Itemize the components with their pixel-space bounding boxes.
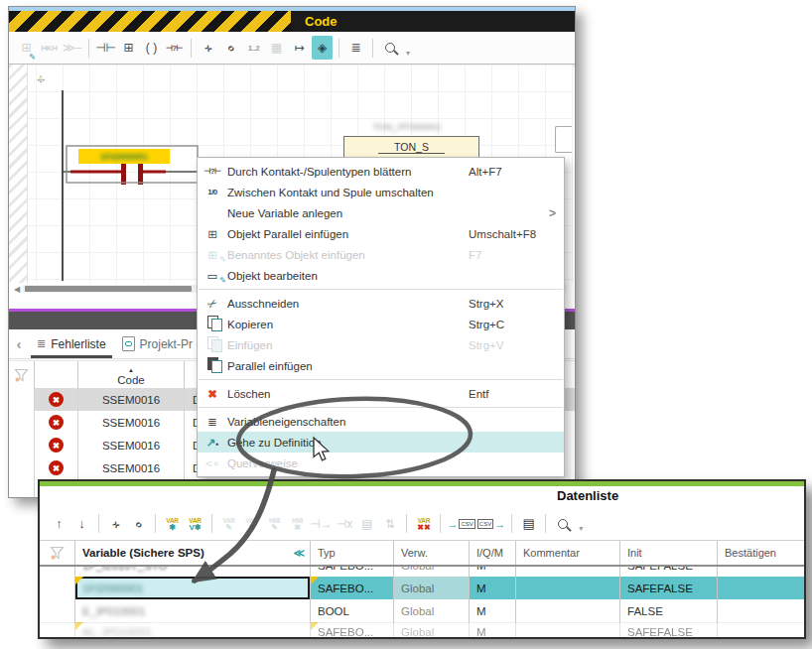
scroll-left-arrow[interactable]: ◀	[11, 285, 23, 294]
csv-export-button[interactable]: CSV→	[477, 512, 505, 536]
iqm-column-header[interactable]: I/Q/M	[470, 541, 516, 565]
iqm-cell[interactable]: M	[470, 599, 516, 622]
cycle-contact-types-button[interactable]: ⊣?⊢	[164, 36, 185, 60]
data-row-partial-bottom[interactable]: AL_IP010001 SAFEBO... Global M SAFEFALSE	[40, 622, 804, 639]
severity-column-header[interactable]	[35, 361, 78, 389]
bestaetigen-column-header[interactable]: Bestätigen	[718, 541, 804, 565]
map-variable-button[interactable]: ⊣→	[310, 512, 332, 536]
menu-item-new-variable[interactable]: Neue Variable anlegen >	[198, 202, 564, 223]
navigate-data-button[interactable]: ◈	[312, 36, 333, 60]
kommentar-cell[interactable]	[516, 599, 620, 622]
insert-coil-button[interactable]: ( )	[141, 36, 162, 60]
kommentar-column-header[interactable]: Kommentar	[516, 541, 620, 565]
paste-mapping-button[interactable]: ▤	[356, 512, 377, 536]
kommentar-cell[interactable]	[516, 567, 620, 577]
delete-hmi-variable-button[interactable]: HMI✖	[287, 512, 308, 536]
verw-cell[interactable]: Global	[394, 599, 470, 622]
data-row-partial-top[interactable]: 1F_I2010T_STO SAFEBO... Global M SAFEFAL…	[40, 567, 804, 577]
menu-item-paste[interactable]: Einfügen Strg+V	[198, 334, 564, 355]
menu-item-paste-parallel[interactable]: Parallel einfügen	[198, 355, 564, 376]
menu-item-goto-definition[interactable]: ↗▪ Gehe zu Definition	[198, 432, 564, 453]
menu-item-toggle-contact-coil[interactable]: 1/0 Zwischen Kontakt und Spule umschalte…	[198, 182, 564, 202]
filter-column-header[interactable]	[40, 541, 75, 565]
bestaetigen-cell[interactable]	[718, 622, 804, 639]
expand-rows-button[interactable]: ‹›	[128, 512, 149, 536]
init-cell[interactable]: SAFEFALSE	[620, 567, 718, 577]
csv-import-button[interactable]: →CSV	[447, 512, 474, 536]
kommentar-cell[interactable]	[516, 577, 620, 599]
data-row[interactable]: E_IP010001 BOOL Global M FALSE	[40, 599, 804, 623]
code-column-header[interactable]: ▲ Code	[78, 361, 185, 389]
move-up-button[interactable]: ↑	[49, 512, 69, 536]
edit-variable-button[interactable]: VAR✎	[218, 512, 239, 536]
tab-fehlerliste[interactable]: ≣ Fehlerliste	[29, 329, 114, 358]
init-column-header[interactable]: Init	[620, 541, 718, 565]
insert-named-object-button[interactable]: ⊞ ✎	[16, 36, 37, 60]
tab-projekt-pruefung[interactable]: Projekt-Pr	[114, 329, 201, 358]
menu-item-cut[interactable]: ✎✂ Ausschneiden Strg+X	[198, 293, 564, 314]
datenliste-titlebar[interactable]: Datenliste	[40, 486, 804, 507]
expand-view-button[interactable]: ‹›	[220, 36, 241, 60]
insert-network-button[interactable]: HKH	[39, 36, 60, 60]
variable-cell[interactable]: AL_IP010001	[75, 622, 311, 639]
init-cell[interactable]: SAFEFALSE	[620, 622, 718, 639]
verw-cell[interactable]: Global	[394, 577, 470, 599]
contact-label-highlight[interactable]: 1FI2000001	[78, 149, 170, 164]
variable-column-header[interactable]: Variable (Sichere SPS) ≪	[75, 541, 311, 565]
tabs-overflow-chevron[interactable]: ‹	[9, 336, 29, 352]
menu-item-delete[interactable]: ✖ Löschen Entf	[198, 383, 564, 404]
iqm-cell[interactable]: M	[470, 567, 516, 577]
delete-unused-variables-button[interactable]: VAR✖✖	[413, 512, 434, 536]
filter-column-header[interactable]	[9, 361, 35, 389]
scrollbar-thumb[interactable]	[25, 286, 192, 292]
unmap-variable-button[interactable]: ⊣x	[334, 512, 354, 536]
search-dropdown-caret[interactable]: ▾	[406, 49, 410, 58]
data-row-selected[interactable]: 1FI2000001 SAFEBO... Global M SAFEFALSE	[40, 577, 804, 600]
menu-item-cross-references[interactable]: <∘ Querverweise	[198, 453, 564, 473]
verw-column-header[interactable]: Verw.	[394, 541, 470, 565]
column-settings-button[interactable]: ▤	[518, 512, 539, 536]
typ-column-header[interactable]: Typ	[311, 541, 394, 565]
insert-contact-button[interactable]: ⊣⊢	[95, 36, 116, 60]
kommentar-cell[interactable]	[516, 622, 620, 639]
insert-parallel-contact-button[interactable]: ⊞	[118, 36, 139, 60]
collapse-view-button[interactable]: ›‹	[198, 36, 218, 60]
iqm-cell[interactable]: M	[470, 622, 516, 639]
swap-mapping-button[interactable]: ⇅	[379, 512, 400, 536]
variable-cell-selected[interactable]: 1FI2000001	[75, 577, 311, 599]
menu-item-copy[interactable]: Kopieren Strg+C	[198, 314, 564, 334]
pan-move-icon[interactable]: ↔ ↕	[33, 70, 49, 86]
verw-cell[interactable]: Global	[394, 622, 470, 639]
variable-cell[interactable]: 1F_I2010T_STO	[75, 567, 311, 577]
bestaetigen-cell[interactable]	[718, 567, 804, 577]
ton-s-block-header[interactable]: TON_S	[343, 136, 479, 159]
edit-hmi-variable-button[interactable]: HMI✎	[264, 512, 285, 536]
typ-cell[interactable]: SAFEBO...	[311, 622, 394, 639]
typ-cell[interactable]: BOOL	[311, 599, 394, 622]
variable-cell[interactable]: E_IP010001	[75, 599, 311, 622]
collapse-rows-button[interactable]: ›‹	[105, 512, 126, 536]
bestaetigen-cell[interactable]	[718, 577, 804, 599]
typ-cell[interactable]: SAFEBO...	[311, 577, 394, 599]
connection-mode-button[interactable]: ↦	[289, 36, 310, 60]
menu-item-variable-properties[interactable]: ≣ Variableneigenschaften	[198, 411, 564, 432]
iqm-cell[interactable]: M	[470, 577, 516, 599]
move-down-button[interactable]: ↓	[71, 512, 92, 536]
add-variable-button[interactable]: VAR✱	[162, 512, 183, 536]
menu-item-cycle-contact-types[interactable]: ⊣?⊢ Durch Kontakt-/Spulentypen blättern …	[198, 161, 564, 182]
init-cell[interactable]: SAFEFALSE	[620, 577, 718, 599]
init-cell[interactable]: FALSE	[620, 599, 718, 622]
add-multiple-variables-button[interactable]: VARV✱	[185, 512, 205, 536]
collapse-column-icon[interactable]: ≪	[293, 547, 305, 560]
search-button[interactable]	[552, 512, 573, 536]
bestaetigen-cell[interactable]	[718, 599, 804, 622]
code-window-titlebar[interactable]: Code	[9, 11, 575, 32]
variable-properties-button[interactable]: ≣	[345, 36, 366, 60]
insert-branch-button[interactable]: ≫–	[62, 36, 82, 60]
menu-item-insert-named-object[interactable]: ⊞✎ Benanntes Objekt einfügen F7	[198, 244, 564, 265]
menu-item-edit-object[interactable]: ▭✎ Objekt bearbeiten	[198, 265, 564, 286]
typ-cell[interactable]: SAFEBO...	[311, 567, 394, 577]
delete-variable-button[interactable]: VAR✖	[241, 512, 262, 536]
search-button[interactable]	[379, 36, 400, 60]
search-dropdown-caret[interactable]: ▾	[579, 524, 583, 533]
